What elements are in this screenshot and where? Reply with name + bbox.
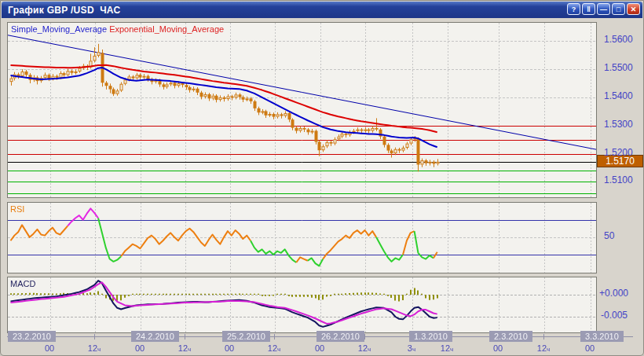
hour-label: 00: [578, 343, 602, 353]
hour-label: 12ч: [262, 343, 286, 353]
price-axis-label: 1.5600: [604, 34, 633, 45]
macd-neg-label: -0.005: [601, 310, 628, 321]
macd-label: MACD: [10, 279, 35, 288]
sma-legend-label: Simple_Moving_Average: [11, 24, 107, 34]
hour-label: 12ч: [435, 343, 459, 353]
price-chart-canvas[interactable]: [8, 23, 596, 197]
time-axis-tick: [94, 334, 95, 339]
date-badge: 26.2.2010: [317, 331, 364, 342]
hour-label: 00: [38, 343, 61, 353]
indicator-legend: Simple_Moving_Average Exponential_Moving…: [11, 24, 224, 34]
price-axis-label: 1.5500: [604, 62, 633, 73]
hour-label: 00: [308, 343, 331, 353]
right-axis-gutter: 1.5170 50 +0.000 -0.005 1.56001.55001.54…: [596, 1, 644, 356]
pause-button[interactable]: ‖: [582, 3, 595, 15]
rsi-label: RSI: [10, 204, 24, 214]
chart-window: График GBP /USD ЧАС ? ‖ — □ ✕ Simple_Mov…: [0, 0, 644, 356]
time-axis-tick: [185, 334, 185, 339]
time-axis-tick: [364, 334, 365, 339]
date-badge: 24.2.2010: [131, 331, 179, 342]
price-axis-label: 1.5200: [604, 147, 633, 158]
date-badge: 1.3.2010: [409, 331, 452, 342]
title-bar[interactable]: График GBP /USD ЧАС: [2, 2, 642, 18]
hour-label: 12ч: [82, 343, 106, 353]
hour-label: 3ч: [400, 343, 423, 353]
window-title: График GBP /USD ЧАС: [2, 5, 121, 16]
hour-label: 12ч: [173, 343, 196, 353]
time-axis-tick: [274, 334, 275, 339]
macd-panel[interactable]: MACD: [7, 277, 597, 333]
hour-label: 00: [486, 343, 510, 353]
rsi-canvas[interactable]: [8, 203, 596, 273]
hour-label: 12ч: [532, 343, 555, 353]
date-badge: 2.3.2010: [489, 331, 532, 342]
price-chart-panel[interactable]: Simple_Moving_Average Exponential_Moving…: [7, 22, 597, 198]
date-badge: 3.3.2010: [580, 331, 624, 342]
rsi-panel[interactable]: RSI: [7, 202, 597, 273]
macd-zero-label: +0.000: [599, 288, 628, 299]
help-button[interactable]: ?: [567, 3, 580, 15]
hour-label: 00: [218, 343, 241, 353]
price-axis-label: 1.5400: [604, 90, 633, 101]
macd-canvas[interactable]: [8, 277, 596, 332]
ema-legend-label: Exponential_Moving_Average: [109, 24, 224, 34]
hour-label: 12ч: [353, 343, 376, 353]
price-axis-label: 1.5300: [604, 119, 633, 130]
hour-label: 00: [128, 343, 152, 353]
date-badge: 23.2.2010: [8, 331, 56, 342]
date-badge: 25.2.2010: [222, 331, 270, 342]
rsi-axis-label: 50: [604, 230, 614, 241]
price-axis-label: 1.5100: [604, 174, 633, 185]
time-axis-tick: [543, 334, 544, 339]
